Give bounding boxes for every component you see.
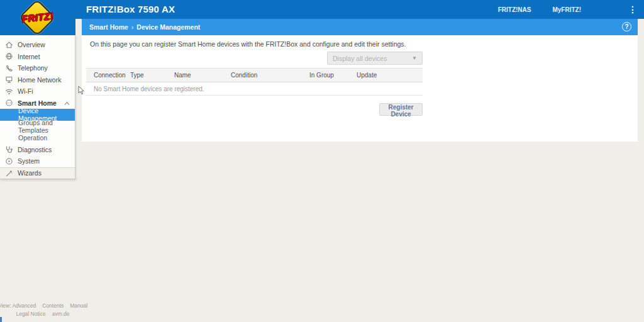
sidebar-item-diagnostics[interactable]: Diagnostics — [0, 144, 75, 156]
breadcrumb-page: Device Management — [136, 23, 200, 31]
column-header-update: Update — [349, 72, 423, 79]
socket-icon — [5, 99, 13, 107]
device-table: ConnectionTypeNameConditionIn GroupUpdat… — [86, 68, 423, 96]
sidebar-item-telephony[interactable]: Telephony — [0, 62, 75, 74]
globe-icon — [5, 52, 13, 60]
breadcrumb-section[interactable]: Smart Home — [89, 23, 128, 31]
sidebar-nav: OverviewInternetTelephonyHome NetworkWi-… — [0, 35, 75, 179]
phone-icon — [5, 64, 13, 72]
wifi-icon — [5, 87, 13, 96]
breadcrumb-separator-icon: › — [131, 23, 134, 31]
sidebar-item-label: Telephony — [18, 64, 48, 72]
header-link-myfritz[interactable]: MyFRITZ! — [552, 6, 581, 13]
wand-icon — [5, 169, 13, 177]
sidebar-item-label: System — [18, 157, 40, 165]
sidebar-item-label: Wizards — [18, 169, 42, 177]
help-icon[interactable]: ? — [622, 22, 631, 31]
column-header-name: Name — [167, 72, 223, 79]
breadcrumb: Smart Home › Device Management ? — [82, 19, 638, 35]
sidebar-item-label: Home Network — [18, 76, 61, 84]
content-card: On this page you can register Smart Home… — [82, 35, 638, 142]
sidebar-item-overview[interactable]: Overview — [0, 39, 75, 51]
sidebar-item-home-network[interactable]: Home Network — [0, 74, 75, 86]
footer-link-legal-notice[interactable]: Legal Notice — [16, 311, 45, 317]
view-advanced-link[interactable]: Advanced — [12, 303, 36, 309]
footer-link-contents[interactable]: Contents — [42, 303, 64, 309]
view-label: View: — [0, 303, 12, 309]
column-header-type: Type — [123, 72, 167, 79]
kebab-menu-icon[interactable]: ⋮ — [628, 3, 638, 16]
sidebar-item-label: Operation — [18, 134, 47, 142]
column-header-connection: Connection — [86, 72, 123, 79]
footer-link-manual[interactable]: Manual — [70, 303, 87, 309]
home-icon — [5, 41, 13, 49]
sidebar-item-label: Diagnostics — [18, 146, 52, 153]
sidebar-item-wizards[interactable]: Wizards — [0, 167, 75, 179]
sidebar-item-label: Wi-Fi — [18, 87, 33, 95]
top-header: FRITZ!Box 7590 AX FRITZ!NASMyFRITZ! ⋮ — [0, 0, 644, 19]
view-mode: View: Advanced — [0, 303, 36, 309]
router-model-title: FRITZ!Box 7590 AX — [86, 4, 175, 14]
sidebar-item-wi-fi[interactable]: Wi-Fi — [0, 86, 75, 97]
chevron-up-icon — [64, 100, 70, 107]
sidebar-item-label: Overview — [18, 41, 45, 48]
column-header-in-group: In Group — [302, 72, 349, 79]
page-description: On this page you can register Smart Home… — [90, 40, 406, 48]
device-table-header: ConnectionTypeNameConditionIn GroupUpdat… — [86, 68, 423, 82]
device-filter-value: Display all devices — [333, 55, 412, 62]
column-header-condition: Condition — [223, 72, 302, 79]
header-link-fritznas[interactable]: FRITZ!NAS — [498, 6, 531, 13]
sidebar-item-label: Internet — [18, 53, 40, 60]
page-footer: View: AdvancedContentsManual Legal Notic… — [5, 303, 80, 319]
monitor-icon — [5, 75, 13, 84]
register-device-button[interactable]: Register Device — [379, 103, 423, 116]
sidebar-item-operation[interactable]: Operation — [0, 132, 75, 144]
fritz-logo[interactable]: FRITZ! — [0, 0, 75, 35]
header-links: FRITZ!NASMyFRITZ! — [498, 0, 581, 19]
footer-link-avm-de[interactable]: avm.de — [52, 311, 70, 317]
sidebar-item-groups-and-templates[interactable]: Groups and Templates — [0, 121, 75, 133]
chevron-down-icon: ▼ — [412, 55, 417, 61]
sidebar-item-system[interactable]: System — [0, 155, 75, 167]
device-filter-dropdown[interactable]: Display all devices ▼ — [327, 52, 423, 65]
target-icon — [5, 157, 13, 165]
sidebar-item-label: Smart Home — [18, 99, 57, 107]
empty-message: No Smart Home devices are registered. — [86, 86, 204, 92]
corner-fragment — [0, 317, 2, 322]
sidebar-item-internet[interactable]: Internet — [0, 51, 75, 63]
stethoscope-icon — [5, 145, 13, 153]
table-empty-row: No Smart Home devices are registered. — [86, 82, 423, 96]
